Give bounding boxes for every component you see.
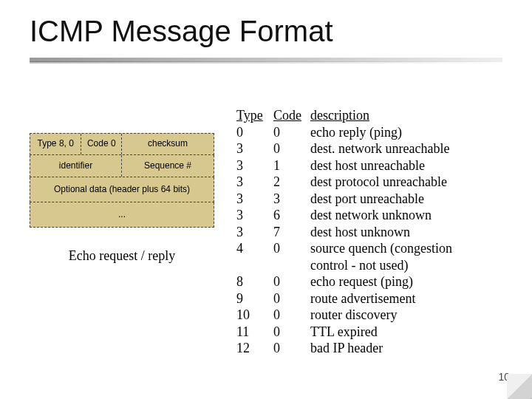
table-row: 100router discovery: [236, 307, 525, 324]
header-code: Code: [273, 107, 310, 124]
diagram-caption: Echo request / reply: [30, 248, 214, 264]
cell-code: 2: [273, 174, 310, 191]
field-type: Type 8, 0: [30, 134, 81, 154]
table-row: 36dest network unknown: [236, 207, 525, 224]
field-checksum: checksum: [122, 134, 214, 154]
cell-code: 1: [273, 157, 310, 174]
cell-code: 0: [273, 340, 310, 357]
header-type: Type: [236, 107, 273, 124]
cell-description: dest host unknown: [310, 224, 525, 241]
field-identifier: identifier: [30, 155, 122, 177]
cell-description: dest port unreachable: [310, 191, 525, 208]
cell-type: 3: [236, 140, 273, 157]
cell-description: dest host unreachable: [310, 157, 525, 174]
cell-code: 0: [273, 307, 310, 324]
cell-type: 0: [236, 124, 273, 141]
cell-description: control - not used): [310, 257, 525, 274]
cell-code: 0: [273, 324, 310, 341]
packet-diagram: Type 8, 0 Code 0 checksum identifier Seq…: [30, 133, 214, 264]
table-row: 30dest. network unreachable: [236, 140, 525, 157]
title-underline: [30, 58, 502, 62]
cell-type: 3: [236, 157, 273, 174]
table-row: 00echo reply (ping): [236, 124, 525, 141]
diagram-row-3: Optional data (header plus 64 bits): [30, 177, 214, 202]
field-ellipsis: ...: [30, 202, 214, 227]
table-row: 110TTL expired: [236, 324, 525, 341]
diagram-row-4: ...: [30, 202, 214, 228]
cell-code: 0: [273, 124, 310, 141]
cell-type: 11: [236, 324, 273, 341]
cell-code: [273, 257, 310, 274]
cell-code: 0: [273, 273, 310, 290]
header-description: description: [310, 107, 525, 124]
cell-code: 7: [273, 224, 310, 241]
cell-code: 6: [273, 207, 310, 224]
cell-description: TTL expired: [310, 324, 525, 341]
cell-description: echo reply (ping): [310, 124, 525, 141]
cell-code: 0: [273, 240, 310, 257]
table-row: 40source quench (congestion: [236, 240, 525, 257]
cell-type: 3: [236, 224, 273, 241]
field-optional-data: Optional data (header plus 64 bits): [30, 177, 214, 202]
cell-code: 0: [273, 290, 310, 307]
cell-description: bad IP header: [310, 340, 525, 357]
table-row: 31dest host unreachable: [236, 157, 525, 174]
field-code: Code 0: [81, 134, 122, 154]
table-row: 37dest host unknown: [236, 224, 525, 241]
cell-type: 3: [236, 191, 273, 208]
table-row: 32dest protocol unreachable: [236, 174, 525, 191]
cell-description: dest. network unreachable: [310, 140, 525, 157]
diagram-row-2: identifier Sequence #: [30, 155, 214, 177]
table-row: 80echo request (ping): [236, 273, 525, 290]
table-row: 90route advertisement: [236, 290, 525, 307]
cell-description: router discovery: [310, 307, 525, 324]
cell-type: 4: [236, 240, 273, 257]
table-row: control - not used): [236, 257, 525, 274]
slide-title: ICMP Message Format: [30, 15, 333, 48]
table-row: 33dest port unreachable: [236, 191, 525, 208]
cell-type: 10: [236, 307, 273, 324]
cell-description: echo request (ping): [310, 273, 525, 290]
cell-type: 9: [236, 290, 273, 307]
diagram-row-1: Type 8, 0 Code 0 checksum: [30, 133, 214, 155]
cell-description: dest protocol unreachable: [310, 174, 525, 191]
page-curl-icon: [507, 374, 532, 399]
cell-description: route advertisement: [310, 290, 525, 307]
icmp-table: Type Code description 00echo reply (ping…: [236, 107, 525, 357]
field-sequence: Sequence #: [122, 155, 214, 177]
cell-type: 12: [236, 340, 273, 357]
table-row: 120bad IP header: [236, 340, 525, 357]
cell-type: [236, 257, 273, 274]
cell-code: 0: [273, 140, 310, 157]
cell-type: 3: [236, 174, 273, 191]
cell-type: 8: [236, 273, 273, 290]
cell-description: source quench (congestion: [310, 240, 525, 257]
cell-code: 3: [273, 191, 310, 208]
table-header-row: Type Code description: [236, 107, 525, 124]
cell-type: 3: [236, 207, 273, 224]
cell-description: dest network unknown: [310, 207, 525, 224]
